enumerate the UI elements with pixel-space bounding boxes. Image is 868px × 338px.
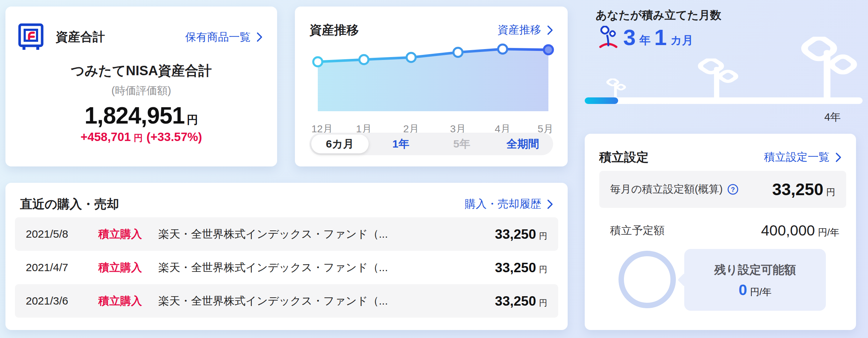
plan-settings-card: 積立設定 積立設定一覧 毎月の積立設定額(概算) ? 33,250円 積立予定額…: [585, 134, 856, 330]
plant-medium-icon: [697, 59, 740, 97]
monthly-plan-label: 毎月の積立設定額(概算): [610, 182, 723, 197]
transaction-rows: 2021/5/8 積立購入 楽天・全世界株式インデックス・ファンド（... 33…: [15, 217, 558, 318]
table-row[interactable]: 2021/5/8 積立購入 楽天・全世界株式インデックス・ファンド（... 33…: [15, 217, 558, 251]
tab-all-period[interactable]: 全期間: [494, 134, 551, 153]
asset-trend-chart: [295, 38, 568, 116]
planned-amount-value: 400,000: [761, 222, 815, 239]
recent-transactions-title: 直近の購入・売却: [20, 197, 119, 211]
transaction-date: 2021/5/8: [26, 228, 98, 240]
nisa-total-subtitle: つみたてNISA資産合計: [5, 62, 277, 80]
asset-trend-link-label: 資産推移: [498, 23, 541, 37]
asset-change-value: +458,701: [81, 130, 131, 144]
chevron-right-icon: [835, 152, 841, 162]
plant-small-icon: [606, 79, 627, 97]
plan-settings-title: 積立設定: [599, 150, 649, 164]
chevron-right-icon: [547, 25, 553, 35]
transaction-type: 積立購入: [98, 294, 158, 309]
tab-1year[interactable]: 1年: [372, 134, 430, 153]
months-progress-track: [585, 97, 863, 104]
fund-name: 楽天・全世界株式インデックス・ファンド（...: [158, 227, 495, 242]
total-asset-amount: 1,824,951: [85, 102, 185, 129]
period-tabbar: 6カ月 1年 5年 全期間: [309, 133, 553, 155]
transaction-history-link[interactable]: 購入・売却履歴: [465, 197, 553, 212]
chevron-right-icon: [547, 199, 553, 209]
transaction-type: 積立購入: [98, 260, 158, 275]
market-value-caption: (時価評価額): [5, 84, 277, 98]
planned-amount-row: 積立予定額 400,000円/年: [610, 217, 839, 244]
transaction-amount: 33,250: [495, 260, 536, 275]
tab-5years: 5年: [433, 134, 491, 153]
planned-amount-label: 積立予定額: [610, 223, 665, 238]
months-progress-fill: [585, 97, 618, 104]
safe-icon: [17, 23, 46, 52]
table-row[interactable]: 2021/4/7 積立購入 楽天・全世界株式インデックス・ファンド（... 33…: [15, 251, 558, 284]
remaining-amount-value: 0: [739, 281, 747, 298]
recent-transactions-card: 直近の購入・売却 購入・売却履歴 2021/5/8 積立購入 楽天・全世界株式イ…: [5, 183, 568, 330]
accumulated-months-title: あなたが積み立てた月数: [596, 8, 721, 23]
remaining-amount-label: 残り設定可能額: [714, 262, 796, 278]
transaction-amount-unit: 円: [539, 298, 547, 307]
transaction-date: 2021/3/6: [26, 295, 98, 307]
sprout-icon: [599, 26, 618, 49]
svg-text:?: ?: [731, 186, 735, 193]
plant-large-icon: [799, 37, 860, 97]
remaining-donut-chart: [618, 251, 676, 308]
fund-name: 楽天・全世界株式インデックス・ファンド（...: [158, 260, 495, 275]
plan-settings-list-link-label: 積立設定一覧: [764, 150, 830, 165]
asset-change-unit: 円: [134, 133, 143, 143]
planned-amount-unit: 円/年: [818, 227, 839, 238]
transaction-amount: 33,250: [495, 294, 536, 309]
asset-change: +458,701円(+33.57%): [5, 131, 277, 143]
transaction-history-link-label: 購入・売却履歴: [465, 197, 541, 212]
nisa-dashboard: 資産合計 保有商品一覧 つみたてNISA資産合計 (時価評価額) 1,824,9…: [0, 0, 868, 338]
transaction-amount-unit: 円: [539, 265, 547, 274]
holdings-list-link[interactable]: 保有商品一覧: [185, 30, 263, 45]
years-number: 3: [623, 26, 636, 49]
transaction-amount: 33,250: [495, 227, 536, 242]
transaction-type: 積立購入: [98, 227, 158, 242]
accumulated-months-value: 3 年 1 カ月: [599, 26, 697, 49]
remaining-amount-bubble: 残り設定可能額 0円/年: [684, 249, 826, 311]
total-asset-amount-unit: 円: [187, 113, 198, 126]
tab-6months[interactable]: 6カ月: [311, 134, 369, 153]
total-assets-card: 資産合計 保有商品一覧 つみたてNISA資産合計 (時価評価額) 1,824,9…: [5, 7, 277, 166]
months-unit: カ月: [670, 35, 693, 46]
help-icon[interactable]: ?: [727, 184, 739, 195]
total-assets-title: 資産合計: [56, 30, 105, 44]
asset-trend-title: 資産推移: [309, 23, 359, 37]
holdings-list-link-label: 保有商品一覧: [185, 30, 251, 45]
transaction-amount-unit: 円: [539, 231, 547, 241]
asset-trend-link[interactable]: 資産推移: [498, 23, 553, 37]
plan-settings-list-link[interactable]: 積立設定一覧: [764, 150, 841, 165]
chevron-right-icon: [256, 32, 263, 42]
fund-name: 楽天・全世界株式インデックス・ファンド（...: [158, 294, 495, 309]
asset-change-percent: (+33.57%): [146, 130, 202, 144]
years-unit: 年: [639, 35, 650, 46]
transaction-date: 2021/4/7: [26, 261, 98, 274]
monthly-plan-unit: 円: [826, 187, 835, 197]
table-row[interactable]: 2021/3/6 積立購入 楽天・全世界株式インデックス・ファンド（... 33…: [15, 284, 558, 318]
monthly-plan-value: 33,250: [772, 180, 823, 199]
goal-years-label: 4年: [824, 110, 841, 125]
accumulated-months-section: あなたが積み立てた月数 3 年 1 カ月: [585, 5, 863, 129]
asset-trend-card: 資産推移 資産推移 12月 1月 2月 3月 4月 5月: [295, 7, 568, 166]
monthly-plan-box: 毎月の積立設定額(概算) ? 33,250円: [599, 171, 846, 208]
months-number: 1: [654, 26, 666, 49]
remaining-amount-unit: 円/年: [750, 286, 771, 297]
